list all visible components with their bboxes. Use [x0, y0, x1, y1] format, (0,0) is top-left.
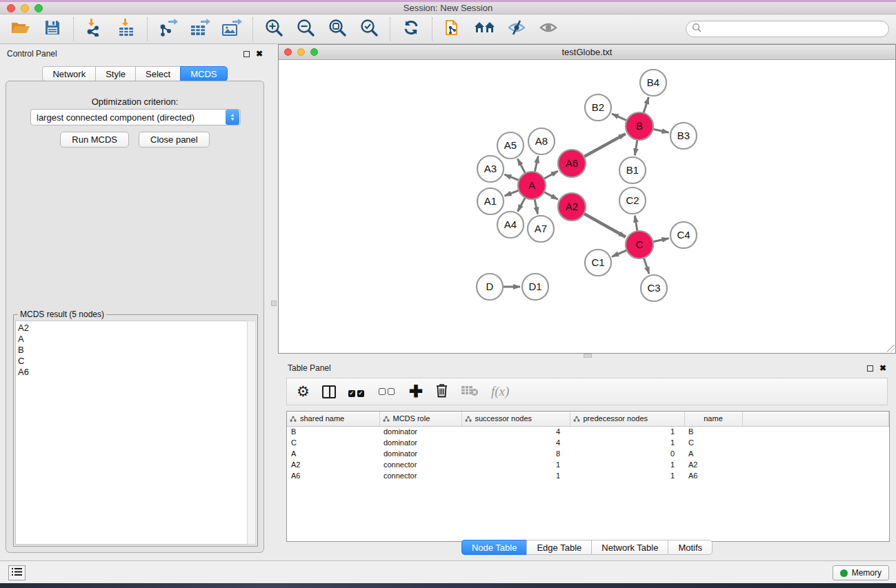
table-cell[interactable]: dominator [379, 437, 461, 448]
table-row[interactable]: Cdominator41C [287, 437, 889, 448]
col-shared-name[interactable]: shared name [287, 412, 379, 426]
graph-node-B[interactable]: B [626, 112, 653, 140]
function-builder-button[interactable]: f(x) [491, 383, 509, 400]
import-table-button[interactable] [115, 18, 137, 40]
table-cell[interactable]: A [287, 448, 379, 459]
graph-node-A8[interactable]: A8 [528, 128, 555, 154]
zoom-out-button[interactable] [295, 18, 317, 40]
tab-network[interactable]: Network [42, 66, 95, 81]
zoom-fit-button[interactable] [326, 18, 348, 40]
import-network-button[interactable] [83, 18, 106, 40]
graph-node-A7[interactable]: A7 [528, 216, 554, 242]
split-columns-button[interactable] [322, 383, 336, 400]
tab-network-table[interactable]: Network Table [591, 540, 668, 555]
zoom-in-button[interactable] [263, 18, 285, 40]
graph-node-A[interactable]: A [518, 172, 546, 199]
table-cell[interactable]: 1 [570, 470, 684, 481]
divider-handle[interactable] [584, 354, 592, 358]
close-panel-button[interactable]: Close panel [139, 132, 210, 148]
table-row[interactable]: Adominator80A [287, 448, 889, 459]
new-network-from-file-button[interactable] [442, 18, 464, 40]
mcds-result-item[interactable]: C [18, 356, 248, 367]
table-cell[interactable]: connector [379, 459, 461, 470]
graph-node-D1[interactable]: D1 [522, 274, 548, 300]
export-image-button[interactable] [221, 18, 243, 40]
graph-node-B4[interactable]: B4 [640, 70, 666, 96]
graph-node-C[interactable]: C [626, 231, 653, 258]
table-row[interactable]: A6connector11A6 [287, 470, 889, 481]
table-cell[interactable]: B [287, 426, 379, 437]
tab-motifs[interactable]: Motifs [668, 540, 713, 555]
table-cell[interactable]: 1 [461, 459, 570, 470]
table-cell[interactable]: A2 [684, 459, 742, 470]
table-cell[interactable]: 8 [461, 448, 570, 459]
table-row[interactable]: A2connector11A2 [287, 459, 889, 470]
delete-table-button[interactable] [461, 383, 479, 400]
tab-mcds[interactable]: MCDS [180, 66, 227, 81]
graph-node-A2[interactable]: A2 [558, 193, 586, 221]
network-canvas[interactable]: B4B2BB3A5A8A6A3B1AA1C2A2A4A7CC4C1C3DD1 [279, 60, 895, 353]
close-panel-icon[interactable]: ✖ [879, 365, 886, 372]
col-name[interactable]: name [684, 412, 742, 426]
show-graphics-details-button[interactable] [537, 18, 559, 40]
window-resize-grip[interactable] [887, 345, 895, 352]
refresh-button[interactable] [400, 18, 422, 40]
tab-style[interactable]: Style [95, 66, 135, 81]
unselect-all-button[interactable] [379, 383, 397, 400]
hide-graphics-details-button[interactable] [506, 18, 528, 40]
graph-node-A6[interactable]: A6 [558, 150, 586, 177]
table-cell[interactable]: A2 [287, 459, 379, 470]
graph-node-B1[interactable]: B1 [619, 157, 646, 183]
open-session-button[interactable] [10, 18, 32, 40]
table-cell[interactable]: dominator [379, 426, 461, 437]
tab-node-table[interactable]: Node Table [461, 540, 527, 555]
table-cell[interactable]: 4 [461, 426, 570, 437]
graph-node-A4[interactable]: A4 [497, 212, 524, 238]
mcds-result-list[interactable]: A2ABCA6 [15, 321, 248, 545]
col-successor-nodes[interactable]: successor nodes [461, 412, 570, 426]
table-cell[interactable]: 0 [570, 448, 684, 459]
table-cell[interactable]: B [684, 426, 742, 437]
add-column-button[interactable]: ✚ [409, 383, 423, 400]
home-view-button[interactable] [474, 18, 496, 40]
graph-node-C3[interactable]: C3 [641, 275, 667, 301]
show-task-history-button[interactable] [8, 565, 26, 580]
network-window-titlebar[interactable]: testGlobe.txt [279, 45, 895, 60]
divider-handle[interactable] [271, 301, 277, 306]
table-settings-button[interactable]: ⚙ [297, 383, 310, 400]
table-cell[interactable]: A6 [287, 470, 379, 481]
table-cell[interactable]: 1 [461, 470, 570, 481]
graph-node-B3[interactable]: B3 [670, 123, 697, 149]
mcds-result-item[interactable]: A2 [18, 323, 248, 334]
graph-node-A3[interactable]: A3 [477, 156, 504, 182]
select-all-button[interactable]: ✓✓ [348, 383, 366, 400]
table-cell[interactable]: C [684, 437, 742, 448]
vertical-split-divider[interactable] [270, 44, 278, 560]
search-input[interactable] [702, 24, 888, 34]
search-field[interactable] [686, 21, 889, 37]
mcds-result-item[interactable]: B [18, 345, 248, 356]
table-cell[interactable]: A [684, 448, 742, 459]
graph-node-A1[interactable]: A1 [477, 188, 504, 214]
optimization-criterion-select[interactable]: largest connected component (directed) ▲… [30, 109, 241, 125]
close-panel-icon[interactable]: ✖ [256, 51, 263, 57]
app-titlebar[interactable]: Session: New Session [0, 2, 896, 14]
graph-node-A5[interactable]: A5 [497, 132, 524, 159]
table-cell[interactable]: 4 [461, 437, 570, 448]
table-row[interactable]: Bdominator41B [287, 426, 889, 437]
table-cell[interactable]: 1 [570, 459, 684, 470]
mcds-result-item[interactable]: A [18, 334, 248, 345]
graph-node-C4[interactable]: C4 [670, 222, 697, 248]
col-predecessor-nodes[interactable]: predecessor nodes [570, 412, 684, 426]
memory-button[interactable]: Memory [833, 565, 889, 580]
graph-node-D[interactable]: D [477, 274, 503, 300]
network-window[interactable]: testGlobe.txt B4B2BB3A5A8A6A3B1AA1C2A2A4… [278, 44, 896, 354]
table-cell[interactable]: 1 [570, 426, 684, 437]
delete-column-button[interactable] [435, 383, 448, 400]
float-panel-icon[interactable] [243, 51, 250, 57]
tab-edge-table[interactable]: Edge Table [526, 540, 591, 555]
table-cell[interactable]: A6 [684, 470, 742, 481]
tab-select[interactable]: Select [135, 66, 180, 81]
node-table[interactable]: shared name MCDS role successor nodes pr… [286, 411, 890, 542]
float-panel-icon[interactable] [867, 365, 873, 372]
